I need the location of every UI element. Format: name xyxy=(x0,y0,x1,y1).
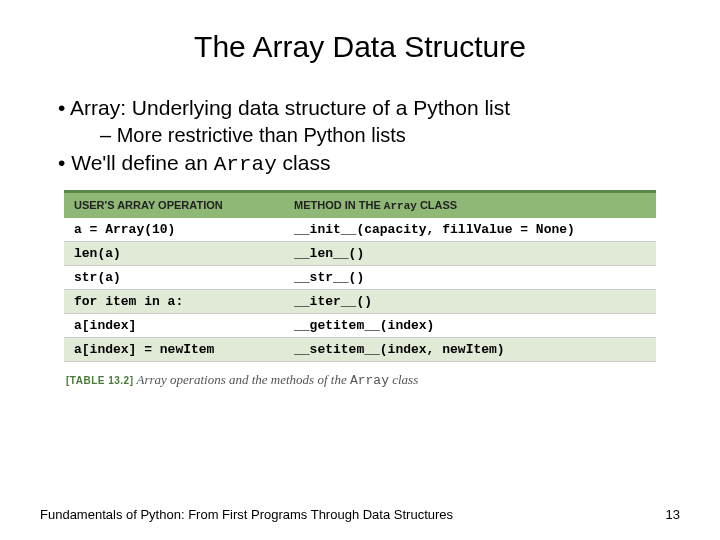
bullet-2-pre: We'll define an xyxy=(71,151,214,174)
sub-bullet-1: More restrictive than Python lists xyxy=(100,124,680,147)
cell-op: for item in a: xyxy=(74,294,294,309)
cell-method: __getitem__(index) xyxy=(294,318,646,333)
cell-op: len(a) xyxy=(74,246,294,261)
operations-table: USER'S ARRAY OPERATION METHOD IN THE Arr… xyxy=(64,190,656,362)
cell-op: a[index] xyxy=(74,318,294,333)
bullet-2: We'll define an Array class xyxy=(58,151,680,176)
bullet-1: Array: Underlying data structure of a Py… xyxy=(58,96,680,120)
page-number: 13 xyxy=(666,507,680,522)
page-title: The Array Data Structure xyxy=(40,30,680,64)
table-body: a = Array(10) __init__(capacity, fillVal… xyxy=(64,218,656,362)
table-row: len(a) __len__() xyxy=(64,242,656,266)
table-row: str(a) __str__() xyxy=(64,266,656,290)
bullet-list: Array: Underlying data structure of a Py… xyxy=(40,96,680,176)
table-header-row: USER'S ARRAY OPERATION METHOD IN THE Arr… xyxy=(64,190,656,218)
slide-footer: Fundamentals of Python: From First Progr… xyxy=(40,507,680,522)
cell-op: a[index] = newItem xyxy=(74,342,294,357)
cell-op: a = Array(10) xyxy=(74,222,294,237)
col-header-method-code: Array xyxy=(384,200,417,212)
col-header-method-text2: CLASS xyxy=(417,199,457,211)
table-row: a = Array(10) __init__(capacity, fillVal… xyxy=(64,218,656,242)
cell-method: __setitem__(index, newItem) xyxy=(294,342,646,357)
table-caption: [TABLE 13.2] Array operations and the me… xyxy=(66,372,654,388)
col-header-method: METHOD IN THE Array CLASS xyxy=(294,199,646,212)
cell-method: __iter__() xyxy=(294,294,646,309)
table-row: a[index] = newItem __setitem__(index, ne… xyxy=(64,338,656,362)
caption-tag: [TABLE 13.2] xyxy=(66,375,134,386)
cell-method: __len__() xyxy=(294,246,646,261)
bullet-2-code: Array xyxy=(214,153,277,176)
col-header-method-text: METHOD IN THE xyxy=(294,199,384,211)
footer-left: Fundamentals of Python: From First Progr… xyxy=(40,507,453,522)
cell-method: __init__(capacity, fillValue = None) xyxy=(294,222,646,237)
bullet-2-post: class xyxy=(277,151,331,174)
caption-pre: Array operations and the methods of the xyxy=(134,372,350,387)
cell-method: __str__() xyxy=(294,270,646,285)
caption-code: Array xyxy=(350,373,389,388)
cell-op: str(a) xyxy=(74,270,294,285)
caption-post: class xyxy=(389,372,418,387)
table-row: for item in a: __iter__() xyxy=(64,290,656,314)
col-header-operation: USER'S ARRAY OPERATION xyxy=(74,199,294,212)
table-row: a[index] __getitem__(index) xyxy=(64,314,656,338)
